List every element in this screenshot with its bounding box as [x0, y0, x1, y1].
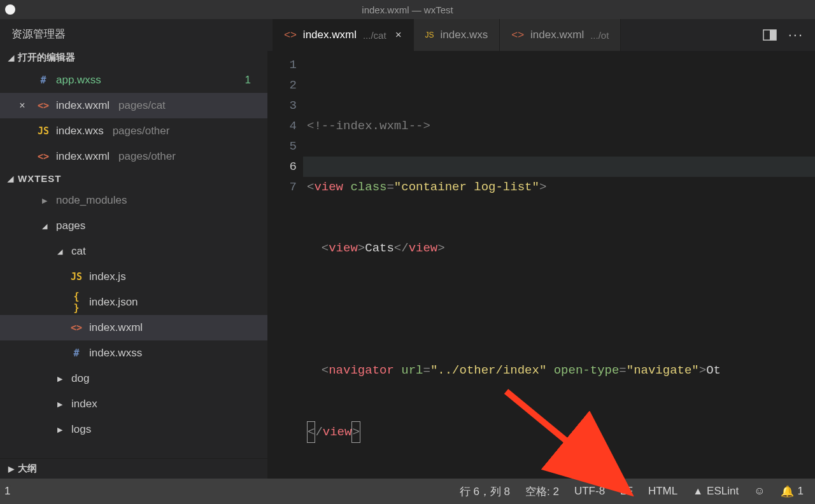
- tab-label: index.wxml: [303, 29, 357, 41]
- line-number: 3: [267, 95, 297, 116]
- project-header[interactable]: ◢ WXTEST: [0, 169, 267, 188]
- bracket-match-right: >: [351, 421, 360, 443]
- project-label: WXTEST: [18, 173, 62, 184]
- file-path-hint: pages/other: [113, 125, 170, 137]
- file-name: app.wxss: [56, 74, 101, 87]
- tree-folder[interactable]: ▶dog: [0, 366, 267, 391]
- line-number: 6: [267, 157, 297, 177]
- close-tab-icon[interactable]: ×: [395, 29, 402, 41]
- bracket-match-left: <: [307, 421, 315, 443]
- traffic-light-close-icon[interactable]: [5, 4, 15, 15]
- file-icon: #: [69, 347, 84, 359]
- file-name: index.wxml: [56, 99, 110, 112]
- file-name: index.wxml: [56, 150, 110, 163]
- tab-label: index.wxs: [441, 29, 488, 41]
- open-editors-header[interactable]: ◢ 打开的编辑器: [0, 48, 267, 67]
- open-editor-item[interactable]: JSindex.wxspages/other: [0, 118, 267, 144]
- file-path-hint: pages/other: [118, 150, 176, 163]
- chevron-right-icon: ▶: [53, 400, 66, 409]
- editor-tab[interactable]: JSindex.wxs: [414, 19, 500, 51]
- open-editors-label: 打开的编辑器: [18, 52, 75, 64]
- chevron-right-icon: ▶: [4, 465, 18, 473]
- line-number: 1: [267, 55, 297, 75]
- file-name: index.wxs: [56, 125, 104, 137]
- code-line-1: <!--index.wxml-->: [307, 119, 430, 133]
- file-icon: <>: [36, 100, 51, 111]
- status-feedback-icon[interactable]: ☺: [754, 485, 765, 498]
- tree-item-label: logs: [71, 423, 91, 436]
- editor-tab[interactable]: <>index.wxml.../ot: [500, 19, 621, 51]
- status-notifications[interactable]: 🔔1: [781, 485, 804, 498]
- status-bar: 1 行 6，列 8 空格: 2 UTF-8 LF HTML ▲ESLint ☺ …: [0, 479, 815, 504]
- tree-item-label: cat: [71, 245, 86, 258]
- close-editor-icon[interactable]: ×: [14, 100, 31, 111]
- line-number: 5: [267, 136, 297, 157]
- status-language[interactable]: HTML: [648, 485, 677, 498]
- bell-icon: 🔔: [781, 485, 794, 498]
- outline-label: 大纲: [18, 463, 37, 475]
- more-actions-icon[interactable]: ···: [788, 27, 804, 43]
- chevron-right-icon: ▶: [38, 197, 51, 205]
- file-icon: <>: [284, 29, 297, 41]
- tree-item-label: dog: [71, 372, 89, 385]
- split-editor-icon[interactable]: [763, 29, 777, 41]
- open-editor-item[interactable]: #app.wxss1: [0, 67, 267, 93]
- tree-file[interactable]: { }index.json: [0, 290, 267, 315]
- file-icon: <>: [511, 29, 524, 41]
- tree-item-label: index.json: [89, 296, 138, 309]
- file-icon: <>: [69, 322, 84, 333]
- status-encoding[interactable]: UTF-8: [574, 485, 605, 498]
- explorer-sidebar: 资源管理器 ◢ 打开的编辑器 #app.wxss1×<>index.wxmlpa…: [0, 19, 267, 479]
- tree-folder[interactable]: ▶node_modules: [0, 188, 267, 213]
- tree-item-label: pages: [56, 220, 85, 232]
- chevron-down-icon: ◢: [38, 222, 51, 230]
- file-icon: #: [36, 74, 51, 86]
- status-eslint[interactable]: ▲ESLint: [693, 485, 739, 498]
- code-editor[interactable]: 1234567 <!--index.wxml--> <view class="c…: [267, 51, 815, 479]
- line-number: 2: [267, 75, 297, 95]
- editor-area: <>index.wxml.../cat×JSindex.wxs<>index.w…: [267, 19, 815, 479]
- tree-folder[interactable]: ▶index: [0, 391, 267, 417]
- line-number: 7: [267, 177, 297, 197]
- tab-hint: .../cat: [363, 30, 386, 41]
- chevron-down-icon: ◢: [53, 248, 66, 256]
- open-editor-item[interactable]: ×<>index.wxmlpages/cat: [0, 93, 267, 118]
- tree-file[interactable]: #index.wxss: [0, 340, 267, 366]
- file-icon: { }: [69, 291, 84, 314]
- file-badge: 1: [245, 74, 251, 87]
- file-icon: JS: [36, 125, 51, 137]
- tree-folder[interactable]: ▶logs: [0, 417, 267, 442]
- tree-item-label: index: [71, 398, 97, 410]
- outline-header[interactable]: ▶ 大纲: [0, 458, 267, 479]
- tree-item-label: node_modules: [56, 194, 127, 207]
- tree-folder[interactable]: ◢pages: [0, 213, 267, 239]
- chevron-down-icon: ◢: [4, 174, 18, 183]
- file-icon: JS: [425, 31, 434, 39]
- chevron-right-icon: ▶: [53, 426, 66, 434]
- status-indent[interactable]: 空格: 2: [525, 484, 559, 499]
- editor-tab[interactable]: <>index.wxml.../cat×: [273, 19, 414, 51]
- window-title: index.wxml — wxTest: [362, 4, 453, 15]
- tab-label: index.wxml: [530, 29, 584, 41]
- status-cursor-pos[interactable]: 行 6，列 8: [460, 484, 510, 499]
- window-titlebar: index.wxml — wxTest: [0, 0, 815, 19]
- tab-hint: .../ot: [590, 30, 609, 41]
- file-icon: JS: [69, 271, 84, 283]
- status-eol[interactable]: LF: [620, 485, 633, 498]
- chevron-right-icon: ▶: [53, 375, 66, 383]
- tree-item-label: index.wxss: [89, 347, 142, 360]
- tree-folder[interactable]: ◢cat: [0, 239, 267, 264]
- tab-bar: <>index.wxml.../cat×JSindex.wxs<>index.w…: [267, 19, 815, 51]
- status-left-badge[interactable]: 1: [4, 485, 11, 497]
- open-editor-item[interactable]: <>index.wxmlpages/other: [0, 144, 267, 169]
- file-path-hint: pages/cat: [118, 99, 166, 112]
- svg-rect-1: [770, 30, 776, 40]
- tree-item-label: index.js: [89, 270, 126, 283]
- code-content[interactable]: <!--index.wxml--> <view class="container…: [307, 55, 815, 479]
- chevron-down-icon: ◢: [4, 53, 18, 62]
- tree-file[interactable]: JSindex.js: [0, 264, 267, 290]
- tree-item-label: index.wxml: [89, 321, 143, 334]
- tree-file[interactable]: <>index.wxml: [0, 315, 267, 340]
- explorer-title: 资源管理器: [0, 19, 267, 48]
- line-gutter: 1234567: [267, 55, 307, 479]
